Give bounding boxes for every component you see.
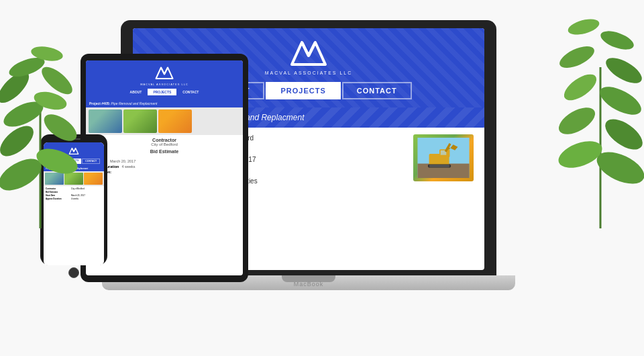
- svg-point-15: [557, 102, 599, 140]
- svg-point-3: [0, 120, 39, 162]
- svg-point-21: [566, 16, 601, 38]
- tablet-site-header: MACVAL ASSOCIATES LLC ABOUT PROJECTS CON…: [86, 60, 243, 99]
- tablet-contractor-section: Contractor City of Bedford Bid Estimate: [86, 135, 243, 157]
- svg-rect-34: [429, 165, 450, 167]
- svg-line-37: [164, 68, 168, 75]
- tablet-logo-icon: [91, 66, 237, 83]
- svg-point-19: [557, 42, 597, 72]
- tablet-nav-about[interactable]: ABOUT: [125, 89, 148, 95]
- svg-point-17: [560, 69, 601, 105]
- scene: MACVAL ASSOCIATES LLC ABOUT PROJECTS CON…: [0, 0, 644, 356]
- laptop-logo: MACVAL ASSOCIATES LLC: [265, 39, 353, 75]
- laptop-logo-icon: [288, 39, 329, 69]
- svg-point-18: [602, 53, 644, 89]
- phone-thumb-3: [84, 173, 103, 185]
- tablet-screen: MACVAL ASSOCIATES LLC ABOUT PROJECTS CON…: [86, 60, 243, 275]
- tablet-value-duration: 4 weeks: [121, 165, 135, 169]
- tablet-thumb-3: [158, 109, 192, 133]
- laptop-brand-label: MacBook: [294, 281, 324, 287]
- phone-nav-contact[interactable]: CONTACT: [82, 159, 100, 164]
- tablet-nav-contact[interactable]: CONTACT: [177, 89, 204, 95]
- tablet-project-banner: Project #405: Pipe Removal and Replacmen…: [86, 99, 243, 107]
- plant-right-decoration: [557, 13, 644, 228]
- tablet-nav-projects[interactable]: PROJECTS: [148, 89, 176, 95]
- laptop-nav-contact[interactable]: CONTACT: [342, 82, 412, 99]
- tablet-project-italic: Pipe Removal and Replacment: [111, 101, 158, 105]
- svg-point-14: [600, 114, 644, 156]
- svg-point-16: [596, 81, 644, 120]
- svg-point-13: [557, 136, 606, 173]
- tablet-bid-label: Bid Estimate: [89, 149, 240, 154]
- tablet-thumb-2: [123, 109, 157, 133]
- svg-line-36: [161, 68, 164, 75]
- tablet-thumb-1: [89, 109, 122, 133]
- svg-point-20: [598, 28, 636, 53]
- svg-line-23: [302, 42, 309, 56]
- laptop-nav-projects[interactable]: PROJECTS: [266, 82, 340, 99]
- svg-line-24: [309, 42, 315, 56]
- svg-point-4: [40, 109, 80, 146]
- tablet-value-start: March 20, 2017: [110, 159, 136, 163]
- tablet-details-section: Start Date March 20, 2017 Approx Duratio…: [86, 157, 243, 177]
- tablet-nav: ABOUT PROJECTS CONTACT: [91, 89, 237, 95]
- tablet-contractor-label: Contractor: [89, 138, 240, 142]
- tablet-logo-text: MACVAL ASSOCIATES LLC: [91, 83, 237, 86]
- plant-left-decoration: [0, 40, 80, 228]
- tablet-contractor-value: City of Bedford: [89, 142, 240, 146]
- tablet-project-prefix: Project #405:: [89, 101, 111, 105]
- tablet-images-row: [86, 107, 243, 135]
- laptop-logo-text: MACVAL ASSOCIATES LLC: [265, 71, 353, 75]
- laptop-project-image: [413, 134, 474, 181]
